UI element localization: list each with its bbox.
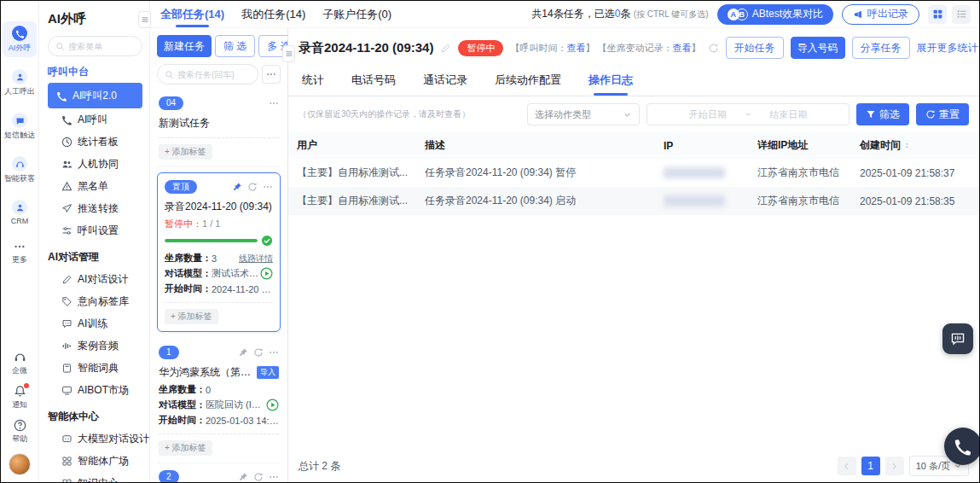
pin-icon[interactable]	[232, 182, 242, 192]
task-ratio: 1 / 1	[202, 218, 220, 229]
prev-page-icon[interactable]	[838, 457, 856, 475]
date-range-input[interactable]: 开始日期 ~ 结束日期	[647, 103, 850, 125]
col-description: 描述	[416, 132, 655, 159]
refresh-icon[interactable]	[253, 472, 264, 482]
more-icon[interactable]	[269, 98, 279, 108]
apply-filter-button[interactable]: 筛选	[856, 103, 909, 125]
add-tag-button[interactable]: + 添加标签	[159, 144, 212, 160]
rail-item-smart-leads[interactable]: 智能获客	[3, 152, 37, 188]
sidebar-search[interactable]	[48, 36, 142, 56]
sidebar-item-ai-training[interactable]: AI训练	[56, 312, 142, 335]
sidebar-item-dialog-design[interactable]: AI对话设计	[56, 268, 142, 290]
rail-item-crm[interactable]: CRM	[3, 195, 37, 229]
col-created[interactable]: 创建时间	[851, 132, 979, 159]
app-window: AI外呼 人工呼出 短信触达 智能获客 CRM 更多 企微	[0, 0, 980, 483]
more-icon[interactable]	[269, 347, 279, 358]
task-status: 暂停中：	[165, 218, 202, 229]
table-row[interactable]: 【主要】自用标准测试... 任务录音2024-11-20 (09:34) 暂停 …	[288, 159, 979, 187]
pencil-icon	[61, 274, 72, 285]
view-seat-change-link[interactable]: 查看	[673, 43, 692, 53]
tab-call-records[interactable]: 通话记录	[421, 66, 469, 96]
task-card[interactable]: 2 测试2024-12-30 暂停中：0 / 0 0% 坐席数量：3线路详情	[157, 463, 281, 482]
import-badge: 导入	[257, 366, 279, 379]
start-task-button[interactable]: 开始任务	[726, 37, 784, 59]
tab-subaccount-tasks[interactable]: 子账户任务(0)	[321, 2, 393, 27]
pin-icon[interactable]	[238, 472, 248, 482]
sidebar-search-input[interactable]	[68, 42, 136, 51]
import-numbers-button[interactable]: 导入号码	[791, 37, 845, 59]
sidebar-item-agent-plaza[interactable]: 智能体广场	[56, 450, 142, 472]
refresh-icon[interactable]	[253, 347, 264, 358]
task-card-selected[interactable]: 置顶 录音2024-11-20 (09:34) 暂停中：1 / 1	[157, 172, 281, 332]
play-icon[interactable]	[266, 399, 279, 411]
cell-ip-detail: 江苏省南京市电信	[749, 187, 851, 215]
rail-item-wecom[interactable]: 企微	[12, 351, 27, 376]
task-search[interactable]	[157, 64, 258, 84]
table-row[interactable]: 【主要】自用标准测试... 任务录音2024-11-20 (09:34) 启动 …	[288, 187, 979, 215]
cell-user: 【主要】自用标准测试...	[288, 187, 416, 215]
search-icon	[55, 42, 65, 51]
page-number[interactable]: 1	[861, 457, 880, 475]
sidebar-item-blacklist[interactable]: 黑名单	[56, 175, 142, 197]
sidebar-item-intent-tags[interactable]: 意向标签库	[56, 290, 142, 312]
edit-icon[interactable]	[440, 43, 451, 54]
avatar[interactable]	[9, 453, 31, 475]
pin-icon[interactable]	[238, 347, 248, 358]
line-detail-link[interactable]: 线路详情	[239, 253, 273, 265]
tab-my-tasks[interactable]: 我的任务(14)	[240, 2, 307, 27]
sidebar-item-smart-dictionary[interactable]: 智能词典	[56, 357, 142, 379]
task-card[interactable]: 04 新测试任务 + 添加标签	[157, 90, 281, 167]
multi-select-hint: (按 CTRL 键可多选)	[634, 9, 709, 19]
rail-item-manual-call[interactable]: 人工呼出	[3, 65, 37, 101]
filter-button[interactable]: 筛 选	[215, 35, 255, 57]
sidebar-item-human-machine[interactable]: 人机协同	[56, 153, 142, 175]
add-tag-button[interactable]: + 添加标签	[159, 440, 212, 456]
sidebar-item-llm-dialog-design[interactable]: 大模型对话设计	[56, 428, 142, 450]
col-ip: IP	[655, 132, 749, 159]
sidebar-item-ai-call[interactable]: AI呼叫	[56, 108, 142, 131]
add-tag-button[interactable]: + 添加标签	[165, 309, 218, 324]
tab-statistics[interactable]: 统计	[300, 66, 326, 96]
sidebar-item-stats-board[interactable]: 统计看板	[56, 131, 142, 153]
task-search-more-icon[interactable]	[262, 65, 281, 84]
sort-icon[interactable]	[902, 141, 912, 150]
task-card[interactable]: 1 华为鸿蒙系统（第二版）【复制...导入 坐席数量：0 对话模型：医院回访 (…	[157, 339, 281, 463]
refresh-icon[interactable]	[708, 43, 719, 54]
action-type-select[interactable]: 选择动作类型	[527, 103, 640, 125]
tab-operation-log[interactable]: 操作日志	[587, 66, 635, 96]
sidebar-item-knowledge-center[interactable]: 知识中心	[56, 472, 142, 482]
collapse-tasklist-handle[interactable]	[282, 45, 295, 62]
new-task-button[interactable]: 新建任务	[157, 35, 212, 57]
collapse-sidebar-handle[interactable]	[138, 11, 151, 28]
sidebar-item-ai-call-2[interactable]: AI呼叫2.0	[48, 83, 142, 108]
more-icon[interactable]	[263, 182, 273, 192]
rail-item-more[interactable]: 更多	[3, 236, 37, 269]
rail-item-ai-outbound[interactable]: AI外呼	[3, 21, 37, 57]
grid-view-icon[interactable]	[928, 5, 947, 24]
sidebar-item-aibot-market[interactable]: AIBOT市场	[56, 379, 142, 401]
share-task-button[interactable]: 分享任务	[852, 37, 910, 59]
tab-all-tasks[interactable]: 全部任务(14)	[159, 2, 226, 27]
tab-followup-actions[interactable]: 后续动作配置	[493, 66, 563, 96]
list-view-icon[interactable]	[952, 5, 971, 24]
callout-records-button[interactable]: 呼出记录	[842, 4, 919, 25]
rail-item-notifications[interactable]: 通知	[12, 385, 27, 410]
next-page-icon[interactable]	[885, 457, 904, 475]
sidebar-item-case-audio[interactable]: 案例音频	[56, 335, 142, 357]
open-book-icon	[61, 478, 72, 483]
rail-item-help[interactable]: 帮助	[12, 419, 27, 445]
sidebar-item-push-transfer[interactable]: 推送转接	[56, 197, 142, 219]
play-icon[interactable]	[260, 267, 273, 280]
more-icon[interactable]	[269, 472, 279, 482]
abtest-compare-button[interactable]: AB ABtest效果对比	[717, 4, 833, 25]
task-search-input[interactable]	[177, 70, 251, 79]
rail-item-sms[interactable]: 短信触达	[3, 108, 37, 144]
expand-stats-toggle[interactable]: 展开更多统计	[917, 41, 980, 55]
refresh-icon[interactable]	[247, 182, 258, 192]
voice-assistant-float-button[interactable]	[942, 323, 973, 354]
reset-button[interactable]: 重置	[916, 103, 969, 125]
tab-phone-numbers[interactable]: 电话号码	[350, 66, 397, 96]
sidebar-item-call-settings[interactable]: 呼叫设置	[56, 219, 142, 242]
view-call-time-link[interactable]: 查看	[566, 43, 585, 53]
customer-service-float-button[interactable]	[944, 428, 980, 465]
